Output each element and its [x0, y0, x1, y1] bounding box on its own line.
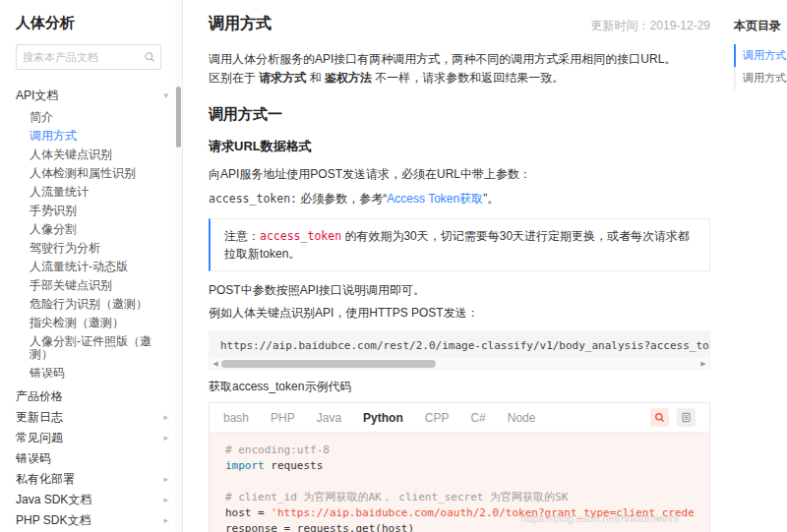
sidebar-scrollbar-thumb[interactable] — [176, 87, 181, 148]
horizontal-scrollbar[interactable]: ◀ ▶ — [209, 358, 710, 370]
tab-csharp[interactable]: C# — [470, 411, 485, 425]
chevron-right-icon: ▸ — [163, 475, 168, 484]
search-input[interactable] — [17, 51, 139, 63]
scrollbar-thumb[interactable] — [221, 360, 436, 368]
scroll-left-icon[interactable]: ◀ — [210, 358, 221, 370]
api-doc-submenu: 简介 调用方式 人体关键点识别 人体检测和属性识别 人流量统计 手势识别 人像分… — [16, 108, 182, 383]
sidebar-item-invoke-method[interactable]: 调用方式 — [16, 127, 182, 146]
sidebar-item-intro[interactable]: 简介 — [16, 108, 182, 127]
code-line: import requests — [225, 458, 694, 474]
sidebar-item-pricing[interactable]: 产品价格 — [16, 386, 182, 407]
scroll-right-icon[interactable]: ▶ — [697, 358, 709, 370]
code-line: host = 'https://aip.baidubce.com/oauth/2… — [225, 505, 694, 521]
sidebar-item-driving-behavior[interactable]: 驾驶行为分析 — [16, 239, 182, 258]
sidebar-item-error-code[interactable]: 错误码 — [16, 364, 182, 383]
code-sample-card: bash PHP Java Python CPP C# Node — [209, 402, 710, 532]
code-line-empty — [225, 474, 694, 490]
toc-item-method-two[interactable]: 调用方式二 — [736, 67, 787, 89]
chevron-right-icon: ▸ — [163, 413, 168, 422]
toc-title: 本页目录 — [734, 18, 787, 34]
sidebar-item-gesture[interactable]: 手势识别 — [16, 202, 182, 220]
sidebar-item-changelog[interactable]: 更新日志 ▸ — [16, 407, 182, 428]
code-copy-icon[interactable] — [677, 408, 696, 427]
request-url-format-title: 请求URL数据格式 — [209, 138, 710, 155]
example-paragraph: 例如人体关键点识别API，使用HTTPS POST发送： — [209, 304, 710, 323]
sidebar-item-error-codes[interactable]: 错误码 — [16, 448, 182, 469]
doc-page: 人体分析 API文档 ▾ 简介 调用方式 人体关键点识别 人体检测和属性识别 人… — [0, 0, 787, 532]
intro-paragraph-1: 调用人体分析服务的API接口有两种调用方式，两种不同的调用方式采用相同的接口UR… — [209, 50, 710, 69]
chevron-right-icon: ▸ — [163, 516, 168, 525]
code-line: # client_id 为官网获取的AK， client_secret 为官网获… — [225, 490, 694, 505]
sidebar-item-danger-behavior[interactable]: 危险行为识别（邀测） — [16, 295, 182, 314]
sidebar-item-label: API文档 — [16, 88, 58, 104]
product-title: 人体分析 — [16, 14, 182, 32]
code-line: # encoding:utf-8 — [225, 443, 694, 458]
content-header: 调用方式 更新时间：2019-12-29 — [209, 14, 710, 34]
chevron-right-icon: ▸ — [163, 434, 168, 443]
tab-node[interactable]: Node — [508, 411, 536, 425]
sidebar-item-hand-keypoints[interactable]: 手部关键点识别 — [16, 276, 182, 295]
intro-paragraph-2: 区别在于 请求方式 和 鉴权方法 不一样，请求参数和返回结果一致。 — [209, 69, 710, 88]
access-token-paragraph: access_token: 必须参数，参考“Access Token获取”。 — [209, 190, 710, 208]
post-param-paragraph: POST中参数按照API接口说明调用即可。 — [209, 281, 710, 300]
post-request-paragraph: 向API服务地址使用POST发送请求，必须在URL中带上参数： — [209, 165, 710, 184]
sidebar-item-private-deploy[interactable]: 私有化部署 ▸ — [16, 469, 182, 490]
access-token-link[interactable]: Access Token获取 — [387, 192, 483, 206]
sidebar-item-crowd-count-dynamic[interactable]: 人流量统计-动态版 — [16, 258, 182, 276]
sidebar-item-body-attr[interactable]: 人体检测和属性识别 — [16, 164, 182, 183]
sidebar: 人体分析 API文档 ▾ 简介 调用方式 人体关键点识别 人体检测和属性识别 人… — [0, 0, 183, 532]
scrollbar-track[interactable] — [221, 358, 697, 369]
doc-content: 调用方式 更新时间：2019-12-29 调用人体分析服务的API接口有两种调用… — [183, 0, 724, 532]
sidebar-item-php-sdk[interactable]: PHP SDK文档 ▸ — [16, 510, 182, 531]
code-sample-caption: 获取access_token示例代码 — [209, 378, 710, 396]
sidebar-item-api-docs[interactable]: API文档 ▾ — [16, 86, 182, 106]
code-line: response = requests.get(host) — [225, 521, 694, 532]
sidebar-item-fingertip[interactable]: 指尖检测（邀测） — [16, 314, 182, 332]
sidebar-item-body-keypoints[interactable]: 人体关键点识别 — [16, 146, 182, 164]
search-icon[interactable] — [139, 51, 160, 63]
sidebar-item-portrait-seg[interactable]: 人像分割 — [16, 220, 182, 239]
caret-down-icon[interactable]: ▾ — [163, 91, 168, 100]
code-search-icon[interactable] — [650, 408, 669, 427]
tab-python[interactable]: Python — [363, 411, 403, 425]
toc-list: 调用方式一 调用方式二 — [734, 44, 787, 89]
toc-item-method-one[interactable]: 调用方式一 — [734, 44, 787, 67]
sidebar-nav: API文档 ▾ 简介 调用方式 人体关键点识别 人体检测和属性识别 人流量统计 … — [16, 86, 182, 531]
sidebar-item-crowd-count[interactable]: 人流量统计 — [16, 183, 182, 202]
doc-search-box[interactable] — [16, 44, 161, 70]
sidebar-item-java-sdk[interactable]: Java SDK文档 ▸ — [16, 490, 182, 510]
section-title-method-one: 调用方式一 — [209, 105, 710, 124]
code-block: # encoding:utf-8 import requests # clien… — [210, 433, 709, 532]
request-url-code-block: https://aip.baidubce.com/rest/2.0/image-… — [209, 330, 710, 358]
page-toc: 本页目录 调用方式一 调用方式二 — [724, 0, 787, 532]
tab-cpp[interactable]: CPP — [425, 411, 450, 425]
page-title: 调用方式 — [209, 14, 272, 34]
note-box: 注意：access_token 的有效期为30天，切记需要每30天进行定期更换，… — [209, 218, 710, 271]
tab-php[interactable]: PHP — [271, 411, 295, 425]
updated-time: 更新时间：2019-12-29 — [591, 18, 710, 34]
tab-java[interactable]: Java — [317, 411, 341, 425]
access-token-inline-code: access_token — [260, 229, 341, 243]
sidebar-item-idphoto-seg[interactable]: 人像分割-证件照版（邀测） — [16, 332, 182, 364]
code-toolbar — [650, 408, 696, 427]
chevron-right-icon: ▸ — [163, 496, 168, 504]
access-token-code: access_token: — [209, 192, 297, 206]
code-language-tabs: bash PHP Java Python CPP C# Node — [210, 403, 709, 433]
sidebar-scrollbar[interactable] — [175, 0, 182, 532]
tab-bash[interactable]: bash — [223, 411, 249, 425]
sidebar-item-faq[interactable]: 常见问题 ▸ — [16, 428, 182, 448]
